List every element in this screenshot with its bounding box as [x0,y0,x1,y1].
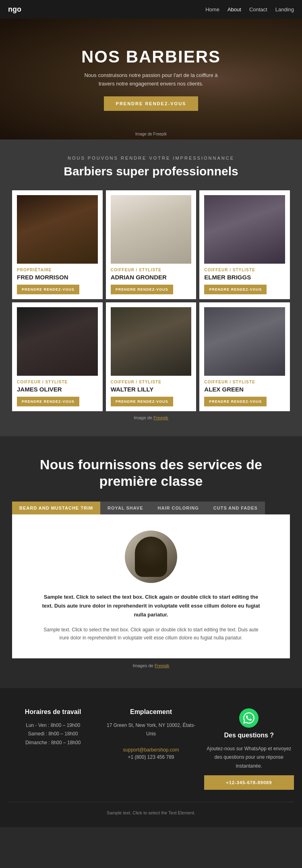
footer-location-address: 17 Green St, New York, NY 10002, États-U… [106,721,196,739]
barber-btn-walter[interactable]: PRENDRE RENDEZ-VOUS [111,397,173,406]
footer: Horaires de travail Lun - Ven : 8h00 – 1… [0,688,302,828]
tab-royal-shave[interactable]: ROYAL SHAVE [100,502,150,514]
nav-landing[interactable]: Landing [275,6,294,12]
footer-hours-line-2: Samedi : 8h00 – 18h00 [8,730,98,739]
tab-hair-coloring[interactable]: HAIR COLORING [151,502,206,514]
barber-name-elmer: ELMER BRIGGS [204,274,285,281]
barber-photo-alex [204,307,285,376]
tab-beard-mustache[interactable]: BEARD AND MUSTACHE TRIM [12,502,100,514]
services-title: Nous fournissons des services de premièr… [12,456,290,489]
freepik-link-services[interactable]: Freepik [155,663,170,668]
services-tabs: BEARD AND MUSTACHE TRIM ROYAL SHAVE HAIR… [12,502,290,514]
barbers-image-credit: Image de Freepik [12,415,290,420]
footer-location-col: Emplacement 17 Green St, New York, NY 10… [106,708,196,790]
barber-name-walter: WALTER LILLY [111,386,192,393]
barber-role-elmer: COIFFEUR / STYLISTE [204,268,285,272]
professionals-section: NOUS POUVONS RENDRE VOTRE IMPRESSIONNANC… [0,139,302,436]
barber-role-james: COIFFEUR / STYLISTE [17,380,98,384]
nav-contact[interactable]: Contact [249,6,267,12]
barber-card-walter: COIFFEUR / STYLISTE WALTER LILLY PRENDRE… [106,302,197,411]
footer-whatsapp-title: Des questions ? [204,732,294,739]
barber-btn-fred[interactable]: PRENDRE RENDEZ-VOUS [17,285,79,294]
footer-hours-line-3: Dimanche : 8h00 – 18h00 [8,739,98,747]
barber-photo-walter [111,307,192,376]
footer-email[interactable]: support@barbershop.com [123,747,179,753]
barber-name-adrian: ADRIAN GRONDER [111,274,192,281]
services-section: Nous fournissons des services de premièr… [0,436,302,688]
professionals-subtitle: NOUS POUVONS RENDRE VOTRE IMPRESSIONNANC… [12,156,290,160]
barber-card-adrian: COIFFEUR / STYLISTE ADRIAN GRONDER PREND… [106,190,197,299]
barber-name-james: JAMES OLIVER [17,386,98,393]
footer-hours-line-1: Lun - Ven : 8h00 – 19h00 [8,721,98,730]
footer-location-title: Emplacement [106,708,196,716]
barber-card-fred: PROPRIÉTAIRE FRED MORRISON PRENDRE RENDE… [12,190,103,299]
barber-btn-adrian[interactable]: PRENDRE RENDEZ-VOUS [111,285,173,294]
barber-photo-james [17,307,98,376]
freepik-link-barbers[interactable]: Freepik [153,415,168,420]
barber-role-alex: COIFFEUR / STYLISTE [204,380,285,384]
footer-bottom-text: Sample text. Click to select the Text El… [8,810,294,815]
barber-btn-james[interactable]: PRENDRE RENDEZ-VOUS [17,397,79,406]
whatsapp-button[interactable]: +12-345-678-89089 [204,775,294,790]
service-text-normal: Sample text. Click to select the text bo… [38,626,264,642]
hero-cta-button[interactable]: PRENDRE RENDEZ-VOUS [104,96,199,111]
nav-home[interactable]: Home [205,6,219,12]
nav-about[interactable]: About [228,6,241,12]
barber-role-fred: PROPRIÉTAIRE [17,268,98,272]
whatsapp-icon [239,708,259,728]
barber-name-alex: ALEX GREEN [204,386,285,393]
service-content-panel: Sample text. Click to select the text bo… [12,514,290,658]
tab-cuts-fades[interactable]: CUTS AND FADES [206,502,265,514]
footer-hours-col: Horaires de travail Lun - Ven : 8h00 – 1… [8,708,98,790]
barber-btn-elmer[interactable]: PRENDRE RENDEZ-VOUS [204,285,267,294]
barber-name-fred: FRED MORRISON [17,274,98,281]
barber-btn-alex[interactable]: PRENDRE RENDEZ-VOUS [204,397,267,406]
logo: ngo [8,5,21,14]
navbar: ngo Home About Contact Landing [0,0,302,19]
services-image-credit: Images de Freepik [12,663,290,668]
hero-image-credit: Image de Freepik [135,132,167,136]
footer-hours-title: Horaires de travail [8,708,98,716]
hero-title: NOS BARBIERS [79,47,223,67]
barber-role-adrian: COIFFEUR / STYLISTE [111,268,192,272]
barbers-grid: PROPRIÉTAIRE FRED MORRISON PRENDRE RENDE… [12,190,290,411]
barber-role-walter: COIFFEUR / STYLISTE [111,380,192,384]
footer-whatsapp-text: Ajoutez-nous sur WhatsApp et envoyez des… [204,745,294,771]
footer-phone: +1 (800) 123 456 789 [106,753,196,762]
barber-photo-elmer [204,195,285,264]
footer-bottom: Sample text. Click to select the Text El… [8,802,294,815]
barber-photo-adrian [111,195,192,264]
footer-whatsapp-col: Des questions ? Ajoutez-nous sur WhatsAp… [204,708,294,790]
service-image [125,531,177,583]
barber-card-elmer: COIFFEUR / STYLISTE ELMER BRIGGS PRENDRE… [199,190,290,299]
professionals-title: Barbiers super professionnels [12,164,290,178]
hero-content: NOS BARBIERS Nous construisons notre pas… [79,47,223,111]
barber-card-alex: COIFFEUR / STYLISTE ALEX GREEN PRENDRE R… [199,302,290,411]
hero-subtitle: Nous construisons notre passion pour l'a… [79,71,223,88]
barber-photo-fred [17,195,98,264]
footer-grid: Horaires de travail Lun - Ven : 8h00 – 1… [8,708,294,790]
nav-links: Home About Contact Landing [205,6,294,12]
barber-card-james: COIFFEUR / STYLISTE JAMES OLIVER PRENDRE… [12,302,103,411]
hero-section: NOS BARBIERS Nous construisons notre pas… [0,19,302,139]
service-text-bold: Sample text. Click to select the text bo… [38,593,264,619]
